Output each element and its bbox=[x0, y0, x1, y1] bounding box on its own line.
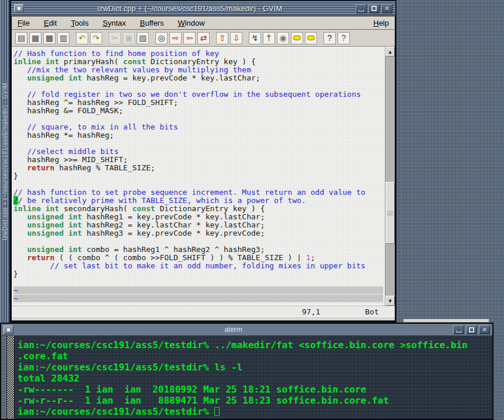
paste-icon[interactable]: ▧ bbox=[137, 32, 149, 44]
find-icon[interactable]: ◎ bbox=[155, 32, 168, 44]
arrow-up-icon: ▲ bbox=[388, 49, 393, 55]
find-prev-icon[interactable]: ⇦ bbox=[183, 32, 196, 44]
code-line: // hash function to set probe sequence i… bbox=[13, 188, 383, 197]
code-line: } bbox=[13, 172, 383, 180]
code-line bbox=[13, 115, 383, 123]
code-line: unsigned int hashReg = key.prevCode * ke… bbox=[13, 74, 383, 82]
minimize-icon bbox=[359, 10, 364, 12]
code-line bbox=[13, 139, 383, 148]
gvim-app-area: FileEditToolsSyntaxBuffersWindow Help ▤▦… bbox=[11, 16, 395, 321]
code-line: ~ bbox=[13, 295, 383, 303]
gvim-maximize-button[interactable] bbox=[369, 4, 380, 13]
terminal-line: total 28432 bbox=[18, 373, 492, 384]
run-script-icon[interactable]: ↯ bbox=[249, 32, 261, 44]
tag-icon bbox=[293, 36, 301, 40]
menu-file[interactable]: File bbox=[18, 19, 30, 27]
code-line bbox=[13, 180, 383, 188]
desktop: { "gvim": { "title": "lzwDict.cpp + (~/c… bbox=[0, 0, 504, 420]
gvim-menubar: FileEditToolsSyntaxBuffersWindow Help bbox=[12, 16, 395, 30]
menu-window[interactable]: Window bbox=[178, 19, 204, 27]
minimize-icon bbox=[456, 331, 461, 332]
undo-icon[interactable]: ↶ bbox=[76, 32, 88, 44]
menu-help[interactable]: Help bbox=[373, 19, 389, 27]
text-cursor: / bbox=[13, 196, 18, 205]
code-line: // fold register in two so we don't over… bbox=[13, 90, 383, 99]
background-window-edge bbox=[403, 318, 489, 323]
scroll-up-button[interactable]: ▲ bbox=[385, 47, 395, 57]
window-menu-icon bbox=[18, 7, 20, 10]
tag-jump-icon[interactable] bbox=[305, 32, 317, 44]
gvim-toolbar: ▤▦▩▥↶↷✂▣▧◎⇨⇦⇄⇧⇩↯†◉?? bbox=[12, 30, 395, 47]
code-line: hashReg ^= hashReg >> FOLD_SHIFT; bbox=[13, 99, 383, 107]
scroll-position-indicator: Bot bbox=[365, 307, 378, 316]
code-line: unsigned int hashReg2 = key.lastChar * k… bbox=[13, 221, 383, 229]
menu-tools[interactable]: Tools bbox=[71, 19, 88, 27]
code-line: unsigned int hashReg1 = key.prevCode * k… bbox=[13, 213, 383, 221]
gvim-text-area[interactable]: // Hash function to find home position o… bbox=[12, 47, 395, 306]
terminal-line: -rw-r--r-- 1 ian ian 8889471 Mar 25 18:2… bbox=[18, 395, 492, 406]
terminal-line: ian:~/courses/csc191/ass5/testdir% ../ma… bbox=[18, 340, 492, 351]
terminal-line: .core.fat bbox=[18, 351, 492, 362]
terminal-output[interactable]: ian:~/courses/csc191/ass5/testdir% ../ma… bbox=[15, 336, 492, 419]
redo-icon[interactable]: ↷ bbox=[90, 32, 102, 44]
code-line: // square, to mix in all the bits bbox=[13, 123, 383, 131]
aterm-body: ian:~/courses/csc191/ass5/testdir% ../ma… bbox=[1, 336, 492, 419]
code-line: return hashReg % TABLE_SIZE; bbox=[13, 164, 383, 172]
build-tags-icon[interactable] bbox=[291, 32, 303, 44]
gvim-close-button[interactable]: ✕ bbox=[381, 4, 392, 13]
maximize-icon bbox=[469, 327, 474, 332]
code-line: hashReg &= FOLD_MASK; bbox=[13, 107, 383, 115]
find-replace-icon[interactable]: ⇄ bbox=[197, 32, 210, 44]
find-help-icon[interactable]: ? bbox=[338, 32, 350, 44]
window-menu-icon bbox=[7, 328, 10, 331]
gvim-scrollbar[interactable]: ▲ ▼ bbox=[385, 47, 395, 306]
make-icon[interactable]: † bbox=[263, 32, 275, 44]
code-line: hashReg >>= MID_SHIFT; bbox=[13, 156, 383, 164]
menu-syntax[interactable]: Syntax bbox=[103, 19, 126, 27]
save-file-icon[interactable]: ▦ bbox=[29, 32, 41, 44]
aterm-frame-gutter bbox=[1, 336, 7, 419]
aterm-close-button[interactable]: ✕ bbox=[479, 325, 490, 334]
gvim-window-menu-button[interactable] bbox=[14, 4, 24, 13]
load-session-icon[interactable]: ⇧ bbox=[216, 32, 228, 44]
close-icon: ✕ bbox=[482, 327, 487, 333]
code-line: inline int primaryHash( const Dictionary… bbox=[13, 58, 383, 66]
code-line: // be relatively prime with TABLE_SIZE, … bbox=[13, 197, 383, 205]
open-file-icon[interactable]: ▤ bbox=[15, 32, 27, 44]
code-line: // set last bit to make it an odd number… bbox=[13, 262, 383, 270]
terminal-line: -rw------- 1 ian ian 20180992 Mar 25 18:… bbox=[18, 384, 492, 395]
code-line: //select middle bits bbox=[13, 148, 383, 156]
menu-buffers[interactable]: Buffers bbox=[140, 19, 164, 27]
code-line: return ( ( combo ^ ( combo >>FOLD_SHIFT … bbox=[13, 254, 383, 262]
print-icon[interactable]: ▥ bbox=[57, 32, 69, 44]
aterm-window-menu-button[interactable] bbox=[4, 326, 13, 334]
scroll-down-button[interactable]: ▼ bbox=[385, 296, 395, 306]
help-icon[interactable]: ? bbox=[324, 32, 336, 44]
aterm-maximize-button[interactable] bbox=[466, 325, 477, 334]
save-session-icon[interactable]: ⇩ bbox=[230, 32, 242, 44]
aterm-minimize-button[interactable] bbox=[453, 325, 464, 334]
arrow-down-icon: ▼ bbox=[388, 298, 393, 304]
code-line: inline int secondaryHash( const Dictiona… bbox=[13, 205, 383, 213]
scrollbar-thumb[interactable] bbox=[385, 182, 395, 244]
code-line: hashReg *= hashReg; bbox=[13, 131, 383, 139]
cursor-position-ruler: 97,1 bbox=[302, 307, 320, 316]
terminal-line: ian:~/courses/csc191/ass5/testdir% ls -l bbox=[18, 362, 492, 373]
code-line bbox=[13, 278, 383, 286]
aterm-scrollbar[interactable] bbox=[7, 336, 15, 419]
code-line: // Hash function to find home position o… bbox=[13, 50, 383, 58]
gvim-command-line: 97,1 Bot bbox=[12, 306, 395, 316]
save-all-icon[interactable]: ▩ bbox=[43, 32, 55, 44]
shell-icon[interactable]: ◉ bbox=[277, 32, 289, 44]
tag-icon bbox=[307, 36, 315, 40]
gvim-side-titlebar[interactable]: lzwDict.cpp + (~/courses/csc191/ass5/mak… bbox=[0, 0, 10, 323]
find-next-icon[interactable]: ⇨ bbox=[169, 32, 182, 44]
gvim-minimize-button[interactable] bbox=[356, 4, 367, 13]
aterm-titlebar[interactable]: aterm ✕ bbox=[1, 324, 492, 336]
cut-icon[interactable]: ✂ bbox=[109, 32, 121, 44]
maximize-icon bbox=[371, 6, 377, 11]
gvim-titlebar[interactable]: lzwDict.cpp + (~/courses/csc191/ass5/mak… bbox=[11, 1, 395, 16]
menu-edit[interactable]: Edit bbox=[44, 19, 57, 27]
copy-icon[interactable]: ▣ bbox=[123, 32, 135, 44]
code-line bbox=[13, 237, 383, 246]
